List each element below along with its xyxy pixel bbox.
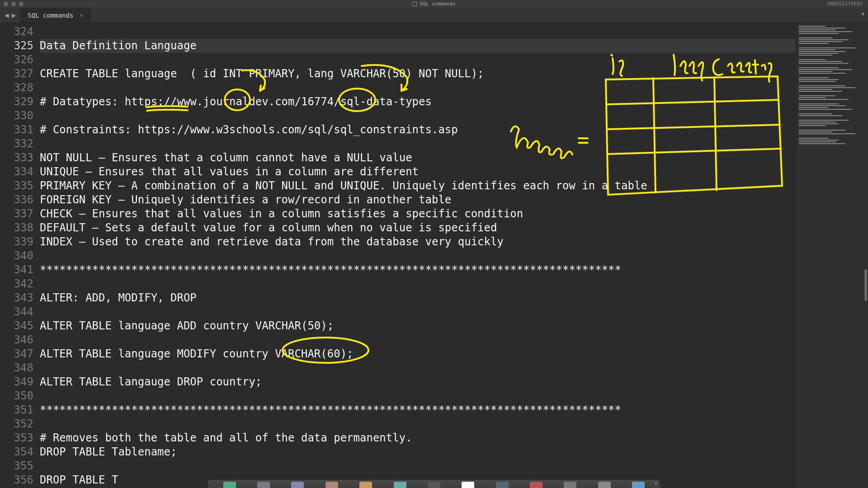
line-number: 356	[0, 473, 33, 487]
dock-app-icon[interactable]	[496, 482, 509, 488]
line-number: 336	[0, 193, 33, 207]
dock-app-icon[interactable]	[257, 482, 270, 488]
line-number: 351	[0, 403, 33, 417]
minimap[interactable]	[796, 23, 868, 488]
dock-app-icon[interactable]	[428, 482, 440, 488]
code-line[interactable]: # Constraints: https://www.w3schools.com…	[40, 123, 796, 137]
line-number: 334	[0, 165, 33, 179]
tab-overflow-icon[interactable]: ▼	[862, 11, 864, 16]
line-number: 347	[0, 347, 33, 361]
line-number: 350	[0, 389, 33, 403]
dock-app-icon[interactable]	[223, 482, 236, 488]
line-number: 331	[0, 123, 33, 137]
code-line[interactable]	[40, 305, 796, 319]
line-number: 332	[0, 137, 33, 151]
line-number: 349	[0, 375, 33, 389]
dock-app-icon[interactable]	[359, 482, 372, 488]
window-controls	[4, 2, 24, 6]
code-line[interactable]: CHECK – Ensures that all values in a col…	[40, 207, 796, 221]
line-number: 354	[0, 445, 33, 459]
line-number: 338	[0, 221, 33, 235]
macos-dock: ×	[208, 480, 660, 488]
window-title-text: SQL commands	[420, 1, 455, 7]
dock-app-icon[interactable]	[326, 482, 338, 488]
minimize-window-button[interactable]	[11, 2, 16, 6]
line-number: 335	[0, 179, 33, 193]
line-number: 329	[0, 95, 33, 109]
dock-app-icon[interactable]	[598, 482, 611, 488]
line-number-gutter: 3243253263273283293303313323333343353363…	[0, 23, 40, 488]
line-number: 325	[0, 39, 33, 53]
code-line[interactable]: FOREIGN KEY – Uniquely identifies a row/…	[40, 193, 796, 207]
dock-app-icon[interactable]	[291, 482, 304, 488]
code-line[interactable]: ****************************************…	[40, 403, 796, 417]
code-line[interactable]: ****************************************…	[40, 263, 796, 277]
dock-app-icon[interactable]	[530, 482, 542, 488]
code-line[interactable]: UNIQUE – Ensures that all values in a co…	[40, 165, 796, 179]
nav-back-icon[interactable]: ◀	[5, 11, 9, 19]
maximize-window-button[interactable]	[19, 2, 24, 6]
line-number: 327	[0, 67, 33, 81]
dock-app-icon[interactable]	[462, 482, 474, 488]
dock-app-icon[interactable]	[632, 482, 645, 488]
code-line[interactable]	[40, 109, 796, 123]
window-title: SQL commands	[412, 1, 455, 7]
code-line[interactable]: INDEX – Used to create and retrieve data…	[40, 235, 796, 249]
line-number: 333	[0, 151, 33, 165]
line-number: 355	[0, 459, 33, 473]
close-window-button[interactable]	[4, 2, 8, 6]
close-icon[interactable]: ×	[80, 12, 83, 19]
line-number: 342	[0, 277, 33, 291]
code-line[interactable]	[40, 389, 796, 403]
tab-label: SQL commands	[28, 12, 73, 19]
tab-history-nav: ◀ ▶	[0, 8, 20, 23]
registration-status: UNREGISTERED	[827, 1, 863, 6]
line-number: 348	[0, 361, 33, 375]
code-line[interactable]: ALTER: ADD, MODIFY, DROP	[40, 291, 796, 305]
code-line[interactable]: Data Definition Language	[40, 39, 796, 53]
code-line[interactable]	[40, 137, 796, 151]
code-line[interactable]: ALTER TABLE language ADD country VARCHAR…	[40, 319, 796, 333]
code-line[interactable]: PRIMARY KEY – A combination of a NOT NUL…	[40, 179, 796, 193]
code-line[interactable]: DEFAULT – Sets a default value for a col…	[40, 221, 796, 235]
document-modified-icon	[412, 2, 417, 6]
code-line[interactable]	[40, 277, 796, 291]
tab-sql-commands[interactable]: SQL commands ×	[20, 8, 91, 23]
minimap-scrollbar[interactable]	[864, 269, 867, 301]
code-line[interactable]: # Removes both the table and all of the …	[40, 431, 796, 445]
code-line[interactable]: NOT NULL – Ensures that a column cannot …	[40, 151, 796, 165]
line-number: 324	[0, 25, 33, 39]
dock-app-icon[interactable]	[564, 482, 576, 488]
code-line[interactable]	[40, 249, 796, 263]
code-line[interactable]: ALTER TABLE language MODIFY country VARC…	[40, 347, 796, 361]
code-content[interactable]: Data Definition LanguageCREATE TABLE lan…	[40, 23, 796, 488]
line-number: 344	[0, 305, 33, 319]
code-editor[interactable]: 3243253263273283293303313323333343353363…	[0, 23, 796, 488]
line-number: 341	[0, 263, 33, 277]
line-number: 339	[0, 235, 33, 249]
line-number: 346	[0, 333, 33, 347]
code-line[interactable]: CREATE TABLE language ( id INT PRIMARY, …	[40, 67, 796, 81]
code-line[interactable]	[40, 333, 796, 347]
line-number: 345	[0, 319, 33, 333]
code-line[interactable]	[40, 25, 796, 39]
line-number: 343	[0, 291, 33, 305]
code-line[interactable]	[40, 53, 796, 67]
line-number: 340	[0, 249, 33, 263]
nav-forward-icon[interactable]: ▶	[12, 11, 16, 19]
window-titlebar: SQL commands UNREGISTERED	[0, 0, 868, 8]
code-line[interactable]: # Datatypes: https://www.journaldev.com/…	[40, 95, 796, 109]
dock-app-icon[interactable]	[394, 482, 406, 488]
line-number: 326	[0, 53, 33, 67]
line-number: 328	[0, 81, 33, 95]
line-number: 352	[0, 417, 33, 431]
code-line[interactable]	[40, 361, 796, 375]
code-line[interactable]: DROP TABLE Tablename;	[40, 445, 796, 459]
code-line[interactable]: ALTER TABLE langauge DROP country;	[40, 375, 796, 389]
code-line[interactable]	[40, 459, 796, 473]
tab-bar: ◀ ▶ SQL commands × ▼	[0, 8, 868, 23]
line-number: 337	[0, 207, 33, 221]
code-line[interactable]	[40, 81, 796, 95]
dock-close-icon[interactable]: ×	[654, 481, 657, 487]
code-line[interactable]	[40, 417, 796, 431]
